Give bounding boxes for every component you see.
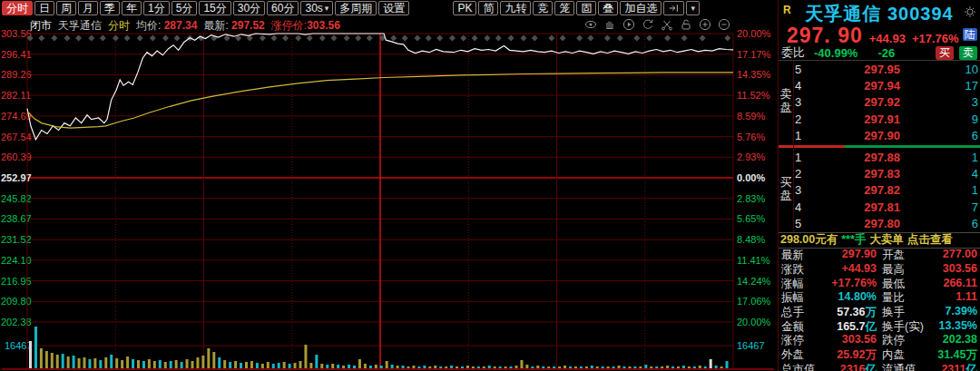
book-row-bid[interactable]: 5297.806: [779, 216, 980, 232]
book-row-bid[interactable]: 4297.817: [779, 199, 980, 215]
stat-value: 13.35%: [939, 319, 977, 335]
book-row-bid[interactable]: 2297.834: [779, 165, 980, 181]
lock-icon[interactable]: [680, 18, 692, 31]
volume-bar: [439, 366, 442, 368]
book-row-ask[interactable]: 2297.919: [779, 111, 980, 127]
book-row-bid[interactable]: 3297.821: [779, 182, 980, 199]
stats-row: 最新297.90开盘277.00: [779, 249, 980, 263]
stats-row: 总市值2316亿流通值2311亿: [779, 362, 980, 371]
stat-cell: 内盘31.45万: [879, 347, 980, 363]
volume-bar: [726, 361, 729, 368]
stat-value: 2316亿: [840, 362, 877, 371]
scissors-icon[interactable]: [661, 18, 673, 31]
volume-bar: [51, 353, 54, 368]
order-mark-diamond-icon: [617, 35, 623, 42]
volume-bar: [710, 359, 712, 368]
volume-bar: [256, 363, 259, 368]
volume-bar: [639, 366, 642, 368]
book-level: 3: [795, 183, 806, 197]
book-qty: 6: [947, 217, 980, 230]
volume-bar: [245, 362, 248, 368]
pct-axis-label: 8.48%: [737, 234, 765, 245]
volume-bar: [99, 360, 102, 368]
volume-bar: [553, 366, 555, 368]
stat-value: 25.92万: [837, 347, 877, 363]
undo-icon[interactable]: [642, 18, 654, 31]
volume-bar: [369, 366, 372, 368]
book-level: 4: [795, 79, 806, 93]
stat-cell: 量比1.11: [879, 290, 980, 306]
eye-icon[interactable]: [584, 18, 597, 31]
volume-bar: [364, 364, 367, 368]
quote-panel: R 天孚通信 300394 297. 90 +44.93 +17.76% 陆 委…: [778, 0, 980, 371]
stat-value-seg: 万: [866, 306, 877, 318]
order-mark-diamond-icon: [355, 35, 361, 42]
sell-button[interactable]: 卖: [959, 46, 977, 60]
volume-bar: [196, 357, 199, 368]
volume-bar: [450, 366, 453, 368]
pan-hand-icon[interactable]: [603, 18, 616, 31]
book-row-ask[interactable]: 5297.9510: [779, 61, 980, 77]
intraday-chart[interactable]: 303.5620.00%296.4117.17%289.2614.35%282.…: [0, 0, 778, 371]
pct-axis-label: 5.76%: [737, 132, 765, 142]
book-row-ask[interactable]: 1297.906: [779, 128, 980, 144]
volume-bar: [574, 366, 577, 368]
order-mark-diamond-icon: [307, 35, 313, 42]
order-mark-diamond-icon: [495, 35, 502, 42]
ratio-bar-red: [779, 145, 845, 148]
volume-bar: [289, 364, 291, 368]
book-row-bid[interactable]: 1297.881: [779, 149, 980, 165]
zoom-out-icon[interactable]: [718, 18, 730, 31]
stat-cell: 跌停202.38: [879, 333, 980, 348]
order-mark-diamond-icon: [174, 35, 181, 42]
buy-button[interactable]: 买: [936, 46, 954, 60]
zoom-in-icon[interactable]: [699, 18, 711, 31]
volume-bar: [423, 366, 426, 368]
volume-bar: [483, 366, 485, 368]
info-avg: 均价: 287.34: [136, 18, 197, 34]
pct-axis-label: 0.00%: [737, 172, 765, 183]
stat-cell: 总手57.36万: [779, 305, 879, 320]
stat-value-seg: 1.11: [956, 290, 977, 303]
stat-value-seg: 25.92万: [837, 348, 877, 361]
alert-segment: 大卖单: [869, 232, 904, 248]
stat-label: 涨幅: [781, 277, 804, 292]
volume-bar: [67, 356, 70, 368]
order-mark-diamond-icon: [700, 35, 706, 42]
volume-bar: [477, 366, 480, 368]
book-row-ask[interactable]: 4297.9417: [779, 77, 980, 93]
pct-axis-label: 17.06%: [737, 296, 771, 307]
volume-bar: [564, 366, 566, 368]
volume-bar: [78, 358, 81, 368]
stat-value-seg: 303.56: [943, 262, 977, 275]
volume-bar: [602, 366, 604, 368]
volume-bar: [386, 361, 388, 368]
volume-bar: [250, 361, 253, 368]
volume-bar: [342, 366, 345, 368]
volume-bar: [56, 355, 59, 368]
order-mark-diamond-icon: [100, 35, 106, 42]
volume-bar: [299, 361, 302, 368]
stat-value-seg: 14.80%: [838, 290, 877, 303]
book-row-ask[interactable]: 3297.923: [779, 94, 980, 111]
book-qty: 10: [947, 63, 980, 76]
volume-bar: [720, 366, 723, 368]
pct-axis-label: 14.24%: [737, 276, 771, 287]
volume-bar: [510, 366, 513, 368]
book-qty: 17: [947, 79, 980, 93]
pct-axis-label: 20.00%: [737, 317, 771, 327]
order-mark-diamond-icon: [681, 35, 688, 42]
order-mark-diamond-icon: [150, 35, 156, 42]
stat-value: 1.11: [956, 290, 977, 306]
gear-icon[interactable]: [964, 5, 976, 18]
order-mark-diamond-icon: [390, 35, 397, 42]
stat-value: 165.7亿: [837, 319, 877, 335]
order-mark-diamond-icon: [162, 35, 169, 42]
play-icon[interactable]: [622, 18, 635, 31]
book-price: 297.83: [806, 167, 947, 181]
big-order-alert[interactable]: 298.00元有***手大卖单点击查看: [779, 232, 980, 249]
info-last: 最新: 297.52: [203, 18, 264, 34]
pct-axis-label: 20.00%: [737, 28, 771, 39]
pct-axis-label: 14.35%: [737, 69, 771, 80]
book-qty: 6: [947, 129, 980, 142]
